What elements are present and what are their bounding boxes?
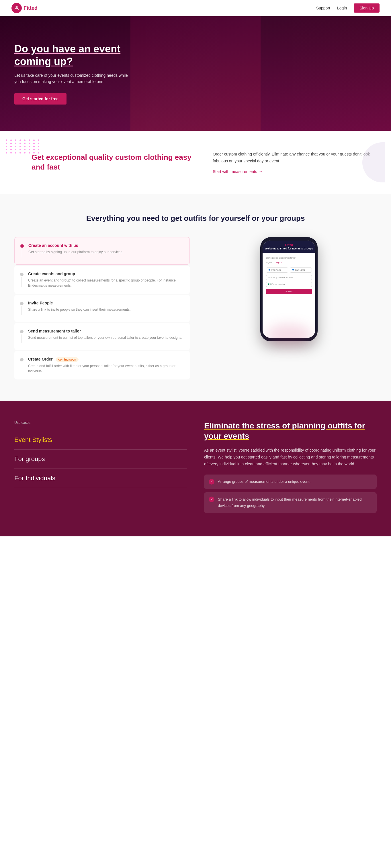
dot <box>20 143 21 144</box>
usecases-description: As an event stylist, you're saddled with… <box>204 447 377 467</box>
phone-tabs: Sign In Sign up <box>266 261 312 264</box>
hero-cta-button[interactable]: Get started for free <box>14 93 66 104</box>
custom-description-block: Order custom clothing efficiently. Elimi… <box>213 151 377 174</box>
phone-email-input[interactable]: ✉ Enter your email address <box>266 275 312 280</box>
feature-card-1: ✓ Arrange groups of measurements under a… <box>204 474 377 489</box>
steps-heading: Everything you need to get outfits for y… <box>14 214 377 223</box>
steps-section: Everything you need to get outfits for y… <box>0 194 391 401</box>
flag-icon: 🇳🇬 <box>268 283 271 285</box>
phone-submit-button[interactable]: Submit <box>266 289 312 294</box>
dot <box>33 149 35 150</box>
phone-tab-signin[interactable]: Sign In <box>266 261 273 264</box>
phone-header: Fitted Welcome to Fitted for Events & Gr… <box>262 241 315 253</box>
hero-section: Do you have an eventcoming up? Let us ta… <box>0 16 391 131</box>
step-dot-col <box>20 357 24 374</box>
dot <box>20 152 21 154</box>
use-case-individuals-title: For Individuals <box>14 474 187 482</box>
dot <box>38 143 39 144</box>
person-icon: 👤 <box>268 269 271 271</box>
dot <box>38 152 39 154</box>
custom-heading: Get exceptional quality custom clothing … <box>31 153 196 172</box>
nav-links: Support Login Sign Up <box>316 3 380 12</box>
step-description: Get started by signing up to our platfor… <box>28 249 122 255</box>
use-cases-label: Use cases <box>14 421 187 425</box>
feature-text-2: Share a link to allow individuals to inp… <box>218 496 372 509</box>
usecases-heading-part1: Eliminate <box>204 421 240 430</box>
phone-phone-input[interactable]: 🇳🇬 Phone Number <box>266 282 312 287</box>
usecases-right: Eliminate the stress of planning outfits… <box>204 421 377 516</box>
use-case-individuals[interactable]: For Individuals <box>14 469 187 488</box>
dot <box>6 143 7 144</box>
hero-bg-col-3 <box>260 16 391 131</box>
step-item[interactable]: Create events and group Create an event … <box>14 266 190 294</box>
dot <box>29 143 30 144</box>
phone-tab-signup[interactable]: Sign up <box>276 261 283 264</box>
use-case-stylists[interactable]: Event Stylists <box>14 430 187 450</box>
step-item[interactable]: Create Order coming soon Create and fulf… <box>14 351 190 379</box>
dot <box>10 140 12 141</box>
step-description: Create and fulfill order with fitted or … <box>28 364 184 374</box>
step-item[interactable]: Send measurement to tailor Send measurem… <box>14 323 190 350</box>
step-connector <box>22 277 22 287</box>
dot <box>15 143 16 144</box>
dot <box>15 146 16 147</box>
step-title: Invite People <box>28 301 131 305</box>
step-dot-inactive <box>20 358 24 362</box>
signup-button[interactable]: Sign Up <box>354 3 380 12</box>
dot <box>24 140 26 141</box>
phone-logo: Fitted <box>265 243 313 247</box>
support-link[interactable]: Support <box>316 6 330 10</box>
decorative-dots <box>6 140 41 154</box>
step-dot-col <box>20 329 24 344</box>
step-dot-inactive <box>20 302 24 305</box>
step-dot-inactive <box>20 273 24 276</box>
step-description: Share a link to invite people so they ca… <box>28 307 131 312</box>
feature-text-1: Arrange groups of measurements under a u… <box>218 478 310 485</box>
svg-point-0 <box>16 6 18 8</box>
dot <box>33 146 35 147</box>
step-content: Invite People Share a link to invite peo… <box>28 301 131 316</box>
dot <box>6 146 7 147</box>
measurements-link[interactable]: Start with measurements → <box>213 169 377 174</box>
step-title: Send measurement to tailor <box>28 329 182 333</box>
phone-glow <box>266 324 312 347</box>
phone-welcome-text: Welcome to Fitted for Events & Groups <box>265 247 313 250</box>
hero-heading: Do you have an eventcoming up? <box>14 43 129 67</box>
navbar: Fitted Support Login Sign Up <box>0 0 391 16</box>
phone-screen: Fitted Welcome to Fitted for Events & Gr… <box>262 241 315 338</box>
step-dot-col <box>20 243 24 258</box>
dot <box>38 149 39 150</box>
hero-description: Let us take care of your events customiz… <box>14 72 129 85</box>
dot <box>29 146 30 147</box>
phone-lastname-input[interactable]: 👤 Last Name <box>290 268 312 273</box>
step-content: Create an account with us Get started by… <box>28 243 122 258</box>
logo: Fitted <box>11 3 37 13</box>
dot <box>24 146 26 147</box>
dot <box>20 149 21 150</box>
hero-bg-col-2 <box>131 16 261 131</box>
dot <box>20 140 21 141</box>
step-title: Create Order coming soon <box>28 357 184 362</box>
phone-name-field: 👤 First Name 👤 Last Name <box>266 268 312 273</box>
dot <box>24 149 26 150</box>
dot <box>10 149 12 150</box>
logo-text: Fitted <box>24 5 37 11</box>
step-title: Create an account with us <box>28 243 122 248</box>
dot <box>10 152 12 154</box>
use-case-groups[interactable]: For groups <box>14 450 187 469</box>
step-content: Send measurement to tailor Send measurem… <box>28 329 182 344</box>
step-dot-col <box>20 272 24 288</box>
dot <box>10 146 12 147</box>
dot <box>33 140 35 141</box>
phone-firstname-input[interactable]: 👤 First Name <box>266 268 288 273</box>
custom-heading-block: Get exceptional quality custom clothing … <box>14 153 196 172</box>
login-link[interactable]: Login <box>337 6 347 10</box>
step-content: Create events and group Create an event … <box>28 272 184 288</box>
custom-section: Get exceptional quality custom clothing … <box>0 131 391 194</box>
email-icon: ✉ <box>268 276 270 279</box>
step-item[interactable]: Create an account with us Get started by… <box>14 237 190 265</box>
usecases-heading: Eliminate the stress of planning outfits… <box>204 421 377 442</box>
step-item[interactable]: Invite People Share a link to invite peo… <box>14 295 190 322</box>
hero-content: Do you have an eventcoming up? Let us ta… <box>0 26 143 121</box>
dot <box>6 152 7 154</box>
